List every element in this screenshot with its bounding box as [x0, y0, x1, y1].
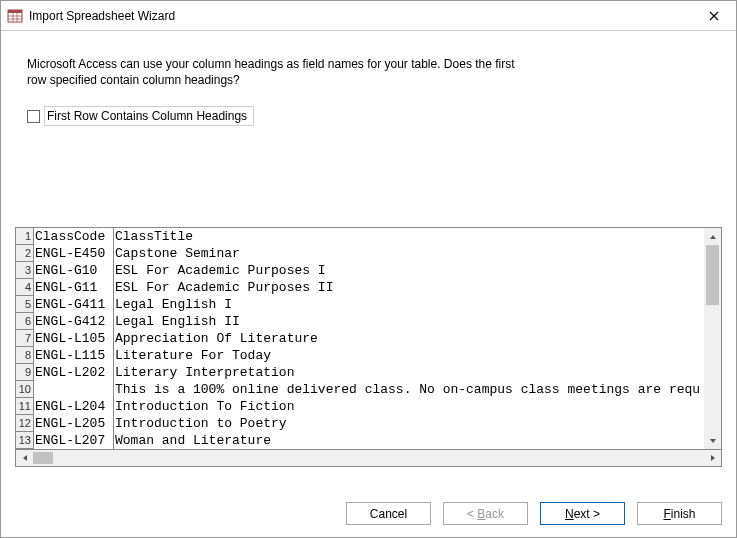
cell-classtitle: Introduction To Fiction: [114, 398, 704, 415]
row-number: 2: [16, 245, 34, 262]
window-title: Import Spreadsheet Wizard: [29, 9, 691, 23]
titlebar: Import Spreadsheet Wizard: [1, 1, 736, 31]
cell-classcode: ENGL-G411: [34, 296, 114, 313]
row-number: 11: [16, 398, 34, 415]
first-row-headings-checkbox[interactable]: First Row Contains Column Headings: [27, 106, 736, 126]
close-button[interactable]: [691, 1, 736, 30]
instructions-line1: Microsoft Access can use your column hea…: [27, 57, 515, 71]
cell-classcode: ENGL-L204: [34, 398, 114, 415]
back-button: < Back: [443, 502, 528, 525]
preview-area: 1ClassCodeClassTitle2ENGL-E450Capstone S…: [15, 227, 722, 467]
table-row[interactable]: 7ENGL-L105Appreciation Of Literature: [16, 330, 704, 347]
table-row[interactable]: 5ENGL-G411Legal English I: [16, 296, 704, 313]
cell-classcode: ENGL-L105: [34, 330, 114, 347]
finish-button[interactable]: Finish: [637, 502, 722, 525]
cell-classtitle: Woman and Literature: [114, 432, 704, 449]
table-row[interactable]: 6ENGL-G412Legal English II: [16, 313, 704, 330]
cell-classcode: ENGL-L115: [34, 347, 114, 364]
horizontal-scrollbar[interactable]: [15, 450, 722, 467]
cancel-button[interactable]: Cancel: [346, 502, 431, 525]
cell-classcode: ENGL-L202: [34, 364, 114, 381]
cancel-label: Cancel: [370, 507, 407, 521]
cell-classcode: ENGL-E450: [34, 245, 114, 262]
scroll-left-button[interactable]: [16, 450, 33, 466]
row-number: 10: [16, 381, 34, 398]
cell-classtitle: ClassTitle: [114, 228, 704, 245]
table-row[interactable]: 9ENGL-L202Literary Interpretation: [16, 364, 704, 381]
scroll-down-button[interactable]: [704, 432, 721, 449]
cell-classcode: ClassCode: [34, 228, 114, 245]
row-number: 1: [16, 228, 34, 245]
cell-classcode: ENGL-G11: [34, 279, 114, 296]
cell-classtitle: Appreciation Of Literature: [114, 330, 704, 347]
instructions-text: Microsoft Access can use your column hea…: [1, 31, 541, 88]
cell-classtitle: Legal English II: [114, 313, 704, 330]
row-number: 8: [16, 347, 34, 364]
scroll-right-button[interactable]: [704, 450, 721, 466]
table-row[interactable]: 1ClassCodeClassTitle: [16, 228, 704, 245]
cell-classcode: ENGL-G10: [34, 262, 114, 279]
cell-classtitle: Legal English I: [114, 296, 704, 313]
row-number: 5: [16, 296, 34, 313]
cell-classtitle: ESL For Academic Purposes I: [114, 262, 704, 279]
cell-classtitle: Introduction to Poetry: [114, 415, 704, 432]
table-row[interactable]: 10This is a 100% online delivered class.…: [16, 381, 704, 398]
row-number: 7: [16, 330, 34, 347]
next-label: Next >: [565, 507, 600, 521]
cell-classcode: ENGL-L207: [34, 432, 114, 449]
row-number: 13: [16, 432, 34, 449]
row-number: 4: [16, 279, 34, 296]
checkbox-label: First Row Contains Column Headings: [44, 106, 254, 126]
row-number: 12: [16, 415, 34, 432]
svg-rect-1: [8, 10, 22, 13]
wizard-window: Import Spreadsheet Wizard Microsoft Acce…: [0, 0, 737, 538]
preview-scroll-container: 1ClassCodeClassTitle2ENGL-E450Capstone S…: [15, 227, 722, 450]
cell-classtitle: This is a 100% online delivered class. N…: [114, 381, 704, 398]
v-scroll-thumb[interactable]: [706, 245, 719, 305]
cell-classtitle: Capstone Seminar: [114, 245, 704, 262]
cell-classtitle: Literature For Today: [114, 347, 704, 364]
table-row[interactable]: 3ENGL-G10ESL For Academic Purposes I: [16, 262, 704, 279]
row-number: 3: [16, 262, 34, 279]
back-label: < Back: [467, 507, 504, 521]
data-preview-grid[interactable]: 1ClassCodeClassTitle2ENGL-E450Capstone S…: [16, 228, 704, 449]
table-row[interactable]: 12ENGL-L205Introduction to Poetry: [16, 415, 704, 432]
h-scroll-thumb[interactable]: [33, 452, 53, 464]
app-icon: [7, 8, 23, 24]
v-scroll-track[interactable]: [704, 245, 721, 432]
next-button[interactable]: Next >: [540, 502, 625, 525]
scroll-up-button[interactable]: [704, 228, 721, 245]
table-row[interactable]: 2ENGL-E450Capstone Seminar: [16, 245, 704, 262]
table-row[interactable]: 8ENGL-L115Literature For Today: [16, 347, 704, 364]
cell-classcode: [34, 381, 114, 398]
cell-classcode: ENGL-G412: [34, 313, 114, 330]
row-number: 9: [16, 364, 34, 381]
row-number: 6: [16, 313, 34, 330]
vertical-scrollbar[interactable]: [704, 228, 721, 449]
table-row[interactable]: 13ENGL-L207Woman and Literature: [16, 432, 704, 449]
cell-classtitle: Literary Interpretation: [114, 364, 704, 381]
table-row[interactable]: 4ENGL-G11ESL For Academic Purposes II: [16, 279, 704, 296]
button-bar: Cancel < Back Next > Finish: [346, 502, 722, 525]
instructions-line2: row specified contain column headings?: [27, 73, 240, 87]
table-row[interactable]: 11ENGL-L204Introduction To Fiction: [16, 398, 704, 415]
cell-classtitle: ESL For Academic Purposes II: [114, 279, 704, 296]
finish-label: Finish: [663, 507, 695, 521]
checkbox-box-icon[interactable]: [27, 110, 40, 123]
h-scroll-track[interactable]: [33, 450, 704, 466]
client-area: Microsoft Access can use your column hea…: [1, 31, 736, 537]
cell-classcode: ENGL-L205: [34, 415, 114, 432]
